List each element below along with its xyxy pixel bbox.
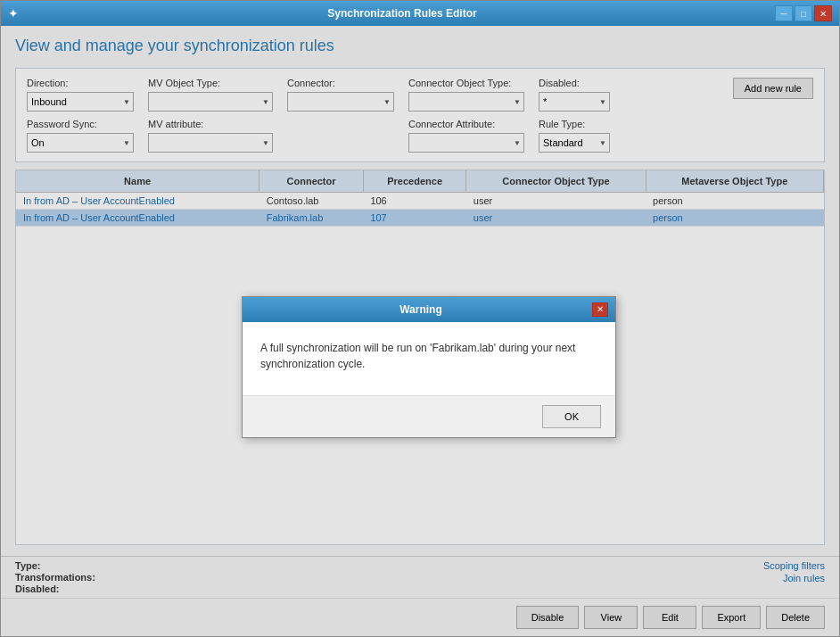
main-window: ✦ Synchronization Rules Editor ─ □ ✕ Vie…: [0, 0, 840, 637]
app-icon: ✦: [8, 6, 22, 21]
modal-message: A full synchronization will be run on 'F…: [260, 340, 597, 372]
window-title: Synchronization Rules Editor: [29, 7, 775, 20]
modal-footer: OK: [243, 395, 615, 437]
maximize-button[interactable]: □: [795, 5, 812, 21]
window-controls: ─ □ ✕: [775, 5, 832, 21]
modal-overlay: Warning ✕ A full synchronization will be…: [1, 26, 839, 636]
title-bar: ✦ Synchronization Rules Editor ─ □ ✕: [1, 1, 839, 26]
close-button[interactable]: ✕: [814, 5, 832, 21]
modal-body: A full synchronization will be run on 'F…: [243, 322, 615, 395]
modal-title: Warning: [250, 303, 592, 316]
minimize-button[interactable]: ─: [775, 5, 793, 21]
modal-title-bar: Warning ✕: [243, 297, 615, 322]
main-body: View and manage your synchronization rul…: [1, 26, 839, 636]
modal-close-button[interactable]: ✕: [592, 302, 608, 317]
modal-ok-button[interactable]: OK: [542, 405, 601, 428]
warning-dialog: Warning ✕ A full synchronization will be…: [242, 296, 616, 438]
